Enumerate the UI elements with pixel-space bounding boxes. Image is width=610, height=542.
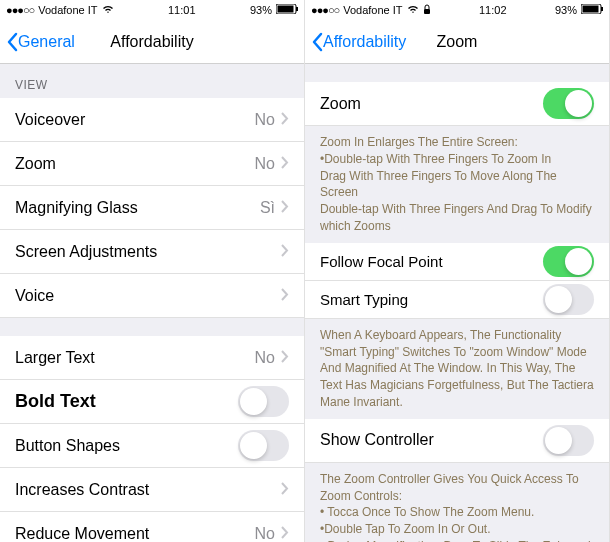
row-label: Bold Text [15,391,96,412]
chevron-right-icon [281,481,289,499]
help-line: •Double-tap With Three Fingers To Zoom I… [320,151,594,168]
signal-dots: ●●●○○ [6,4,34,16]
nav-title: Zoom [437,33,478,51]
separator [0,318,304,336]
row-screen-adjustments[interactable]: Screen Adjustments [0,230,304,274]
row-value: No [255,525,275,543]
row-reduce-movement[interactable]: Reduce Movement No [0,512,304,542]
toggle-show-controller[interactable] [543,425,594,456]
row-label: Show Controller [320,431,434,449]
status-bar: ●●●○○ Vodafone IT 11:02 93% [305,0,609,20]
row-label: Zoom [320,95,361,113]
nav-title: Affordability [110,33,193,51]
screen-left: ●●●○○ Vodafone IT 11:01 93% General Affo… [0,0,305,542]
chevron-right-icon [281,349,289,367]
lock-icon [423,4,431,17]
carrier-label: Vodafone IT [343,4,402,16]
smart-typing-help-text: When A Keyboard Appears, The Functionali… [305,319,609,419]
status-time: 11:01 [168,4,196,16]
chevron-right-icon [281,155,289,173]
row-label: Follow Focal Point [320,253,443,270]
battery-percent: 93% [250,4,272,16]
help-line: •Double Tap To Zoom In Or Out. [320,521,594,538]
row-smart-typing: Smart Typing [305,281,609,319]
chevron-right-icon [281,111,289,129]
chevron-right-icon [281,287,289,305]
row-voice[interactable]: Voice [0,274,304,318]
row-voiceover[interactable]: Voiceover No [0,98,304,142]
row-label: Voiceover [15,111,85,129]
battery-percent: 93% [555,4,577,16]
back-button[interactable]: Affordability [305,32,406,52]
chevron-right-icon [281,199,289,217]
row-magnifying-glass[interactable]: Magnifying Glass Sì [0,186,304,230]
svg-rect-6 [601,7,603,11]
nav-bar: Affordability Zoom [305,20,609,64]
toggle-follow-focal-point[interactable] [543,246,594,277]
content: Zoom Zoom In Enlarges The Entire Screen:… [305,64,609,542]
toggle-bold-text[interactable] [238,386,289,417]
chevron-right-icon [281,525,289,543]
battery-icon [581,4,603,16]
help-line: The Zoom Controller Gives You Quick Acce… [320,471,594,505]
carrier-label: Vodafone IT [38,4,97,16]
status-time: 11:02 [479,4,507,16]
row-label: Larger Text [15,349,95,367]
screen-right: ●●●○○ Vodafone IT 11:02 93% Affordabilit… [305,0,610,542]
row-zoom[interactable]: Zoom No [0,142,304,186]
help-line: • During Magnification, Drag To Slide Th… [320,538,594,542]
row-label: Zoom [15,155,56,173]
toggle-smart-typing[interactable] [543,284,594,315]
chevron-left-icon [311,32,323,52]
svg-rect-3 [424,9,430,14]
toggle-zoom[interactable] [543,88,594,119]
help-line: Zoom In Enlarges The Entire Screen: [320,134,594,151]
wifi-icon [102,4,114,16]
row-follow-focal-point: Follow Focal Point [305,243,609,281]
back-label: Affordability [323,33,406,51]
nav-bar: General Affordability [0,20,304,64]
row-label: Smart Typing [320,291,408,308]
back-button[interactable]: General [0,32,75,52]
row-value: Sì [260,199,275,217]
svg-rect-2 [296,7,298,11]
row-label: Magnifying Glass [15,199,138,217]
chevron-left-icon [6,32,18,52]
controller-help-text: The Zoom Controller Gives You Quick Acce… [305,463,609,542]
row-label: Voice [15,287,54,305]
row-label: Button Shapes [15,437,120,455]
svg-rect-5 [583,6,599,13]
wifi-icon [407,4,419,16]
status-bar: ●●●○○ Vodafone IT 11:01 93% [0,0,304,20]
row-zoom-toggle: Zoom [305,82,609,126]
row-button-shapes: Button Shapes [0,424,304,468]
help-line: • Tocca Once To Show The Zoom Menu. [320,504,594,521]
chevron-right-icon [281,243,289,261]
help-line: Drag With Three Fingers To Move Along Th… [320,168,594,202]
row-label: Increases Contrast [15,481,149,499]
row-increases-contrast[interactable]: Increases Contrast [0,468,304,512]
separator [305,64,609,82]
battery-icon [276,4,298,16]
zoom-help-text: Zoom In Enlarges The Entire Screen: •Dou… [305,126,609,243]
back-label: General [18,33,75,51]
row-show-controller: Show Controller [305,419,609,463]
section-header-view: VIEW [0,64,304,98]
toggle-button-shapes[interactable] [238,430,289,461]
row-label: Screen Adjustments [15,243,157,261]
row-value: No [255,155,275,173]
signal-dots: ●●●○○ [311,4,339,16]
row-larger-text[interactable]: Larger Text No [0,336,304,380]
row-label: Reduce Movement [15,525,149,543]
row-value: No [255,349,275,367]
svg-rect-1 [278,6,294,13]
help-line: Double-tap With Three Fingers And Drag T… [320,201,594,235]
content: VIEW Voiceover No Zoom No Magnifying Gla… [0,64,304,542]
row-value: No [255,111,275,129]
row-bold-text: Bold Text [0,380,304,424]
